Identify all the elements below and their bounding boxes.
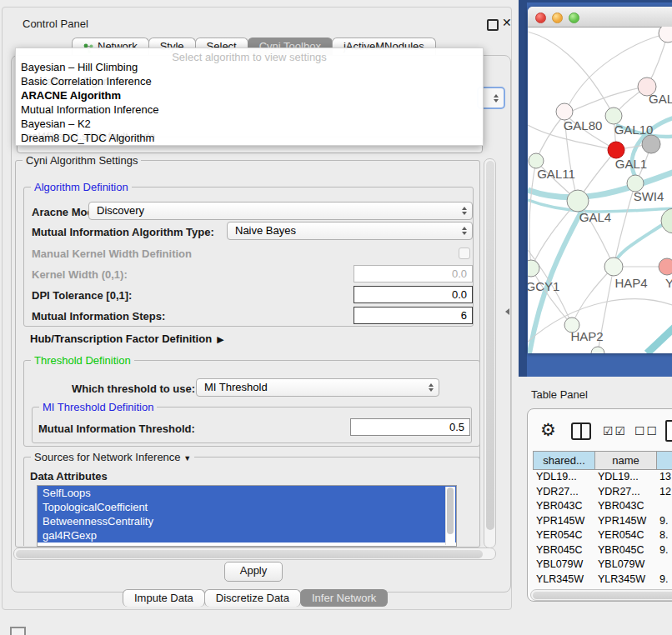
table-row[interactable]: YBL079W YBL079W: [533, 558, 672, 572]
aracne-mode-combobox[interactable]: Discovery: [88, 202, 473, 220]
stepper-arrows: [494, 94, 499, 102]
column-header-name[interactable]: name: [594, 451, 657, 470]
table-horizontal-scrollbar[interactable]: [530, 589, 672, 601]
algorithm-dropdown-list: Select algorithm to view settings Infere…: [15, 48, 484, 146]
select-all-icon[interactable]: ☑☑: [603, 424, 627, 438]
table-rows: YDL19... YDL19... 13 YDR27... YDR27... 1…: [533, 470, 672, 592]
dropdown-item-bayesian-k2[interactable]: Bayesian – K2: [21, 117, 478, 131]
collapsed-arrow-icon: ▶: [217, 334, 223, 345]
node-partial-top[interactable]: [659, 27, 672, 42]
list-item-selfloops[interactable]: SelfLoops: [38, 486, 456, 500]
screen: { "colors": { "selection_blue": "#3a66c4…: [0, 0, 672, 635]
table-row[interactable]: YPR145W YPR145W 9.: [533, 514, 672, 529]
data-attributes-list: SelfLoops TopologicalCoefficient Between…: [37, 485, 457, 547]
node-label-gal4: GAL4: [579, 210, 611, 224]
dropdown-item-bayesian-hill-climbing[interactable]: Bayesian – Hill Climbing: [21, 60, 478, 74]
mi-threshold-label: Mutual Information Threshold:: [38, 422, 195, 435]
dropdown-item-basic-correlation[interactable]: Basic Correlation Inference: [21, 74, 478, 88]
mi-threshold-field[interactable]: 0.5: [350, 418, 470, 436]
split-pane-icon[interactable]: [571, 422, 591, 440]
deselect-all-icon[interactable]: ☐☐: [634, 424, 659, 438]
list-item-gal4rgexp[interactable]: gal4RGexp: [38, 528, 456, 542]
table-row[interactable]: YDL19... YDL19... 13: [533, 470, 672, 485]
close-icon[interactable]: ✕: [502, 16, 512, 29]
node-gray[interactable]: [642, 135, 660, 153]
node-gal10[interactable]: [605, 108, 622, 124]
mi-type-combobox[interactable]: Naive Bayes: [227, 222, 473, 240]
node-label-hap4: HAP4: [614, 276, 647, 290]
table-row[interactable]: YBR045C YBR045C 9.: [533, 543, 672, 558]
gear-icon[interactable]: ⚙: [540, 420, 556, 440]
zoom-button[interactable]: [569, 12, 579, 23]
node-label-gcy1: GCY1: [528, 279, 559, 293]
float-window-icon[interactable]: [487, 19, 499, 31]
table-row[interactable]: YBR043C YBR043C: [533, 499, 672, 514]
minimize-button[interactable]: [552, 12, 563, 23]
tab-discretize-data[interactable]: Discretize Data: [204, 589, 301, 607]
threshold-definition-title: Threshold Definition: [31, 354, 134, 367]
node-gcy1[interactable]: [528, 260, 539, 277]
node-label-gal11: GAL11: [537, 167, 575, 181]
node-gal80[interactable]: [556, 103, 573, 120]
control-panel-title: Control Panel: [23, 18, 88, 30]
list-vertical-scrollbar[interactable]: [445, 487, 455, 545]
algorithm-definition-title: Algorithm Definition: [31, 181, 132, 193]
column-header-partial[interactable]: [656, 451, 672, 470]
tab-impute-data[interactable]: Impute Data: [123, 589, 205, 607]
list-item-betweennesscentrality[interactable]: BetweennessCentrality: [38, 514, 456, 528]
node-label-gal1: GAL1: [615, 157, 647, 171]
network-graph[interactable]: GAL GAL80 GAL10 GAL1 GAL11 SWI4 GAL4 GCY…: [528, 27, 672, 353]
settings-vertical-scrollbar[interactable]: [484, 158, 496, 548]
panel-splitter-handle[interactable]: [505, 308, 509, 315]
node-label-swi4: SWI4: [634, 189, 664, 203]
apply-button[interactable]: Apply: [224, 562, 283, 582]
manual-kernel-label: Manual Kernel Width Definition: [32, 248, 192, 260]
column-header-shared-name[interactable]: shared...: [533, 451, 595, 470]
which-threshold-combobox[interactable]: MI Threshold: [196, 378, 439, 397]
mi-type-label: Mutual Information Algorithm Type:: [32, 226, 214, 238]
network-window[interactable]: GAL GAL80 GAL10 GAL1 GAL11 SWI4 GAL4 GCY…: [528, 7, 672, 353]
node-label-gal10: GAL10: [614, 122, 654, 137]
dropdown-item-aracne[interactable]: ARACNE Algorithm: [21, 88, 478, 102]
stepper-arrows: [462, 227, 467, 235]
tab-infer-network[interactable]: Infer Network: [300, 589, 388, 607]
dpi-tolerance-label: DPI Tolerance [0,1]:: [32, 289, 132, 302]
table-row[interactable]: YDR27... YDR27... 12: [533, 485, 672, 500]
bottom-corner-widget[interactable]: [10, 627, 26, 635]
mi-steps-label: Mutual Information Steps:: [32, 310, 165, 322]
node-gal4[interactable]: [567, 190, 589, 212]
stepper-arrows: [429, 383, 434, 392]
settings-horizontal-scrollbar[interactable]: [13, 548, 496, 560]
bottom-tabs: Impute Data Discretize Data Infer Networ…: [123, 589, 388, 608]
node-salmon[interactable]: [659, 258, 672, 275]
close-button[interactable]: [535, 12, 546, 23]
kernel-width-label: Kernel Width (0,1):: [32, 268, 128, 281]
dropdown-item-mutual-information[interactable]: Mutual Information Inference: [21, 102, 478, 117]
mi-threshold-group-title: MI Threshold Definition: [39, 401, 157, 413]
expanded-arrow-icon: ▼: [183, 454, 191, 462]
node-hap4[interactable]: [604, 258, 623, 276]
kernel-width-field[interactable]: 0.0: [354, 265, 473, 282]
node-gal1-red[interactable]: [608, 142, 624, 158]
network-window-titlebar[interactable]: [528, 7, 672, 28]
sources-group-title[interactable]: Sources for Network Inference ▼: [31, 451, 194, 463]
stepper-arrows: [462, 207, 467, 215]
mi-steps-field[interactable]: 6: [354, 307, 473, 324]
node-partial-bottom[interactable]: [591, 347, 604, 353]
node-label-gal: GAL: [649, 92, 672, 106]
data-attributes-label: Data Attributes: [30, 470, 108, 482]
table-row[interactable]: YLR345W YLR345W 9.: [533, 572, 672, 588]
function-builder-icon[interactable]: [665, 420, 672, 442]
manual-kernel-checkbox[interactable]: [459, 248, 470, 259]
network-node-labels: GAL GAL80 GAL10 GAL1 GAL11 SWI4 GAL4 GCY…: [528, 92, 672, 343]
dpi-tolerance-field[interactable]: 0.0: [354, 286, 473, 303]
dropdown-item-dream8[interactable]: Dream8 DC_TDC Algorithm: [21, 131, 478, 145]
node-label-hap2: HAP2: [570, 329, 603, 343]
node-partial-right-green[interactable]: [661, 208, 672, 233]
hub-definition-toggle[interactable]: Hub/Transcription Factor Definition▶: [30, 332, 224, 345]
table-row[interactable]: YER054C YER054C 8.: [533, 528, 672, 543]
list-item-topologicalcoefficient[interactable]: TopologicalCoefficient: [38, 500, 456, 514]
which-threshold-label: Which threshold to use:: [72, 382, 195, 395]
table-panel-title: Table Panel: [531, 388, 588, 401]
settings-group-title: Cyni Algorithm Settings: [23, 154, 141, 167]
